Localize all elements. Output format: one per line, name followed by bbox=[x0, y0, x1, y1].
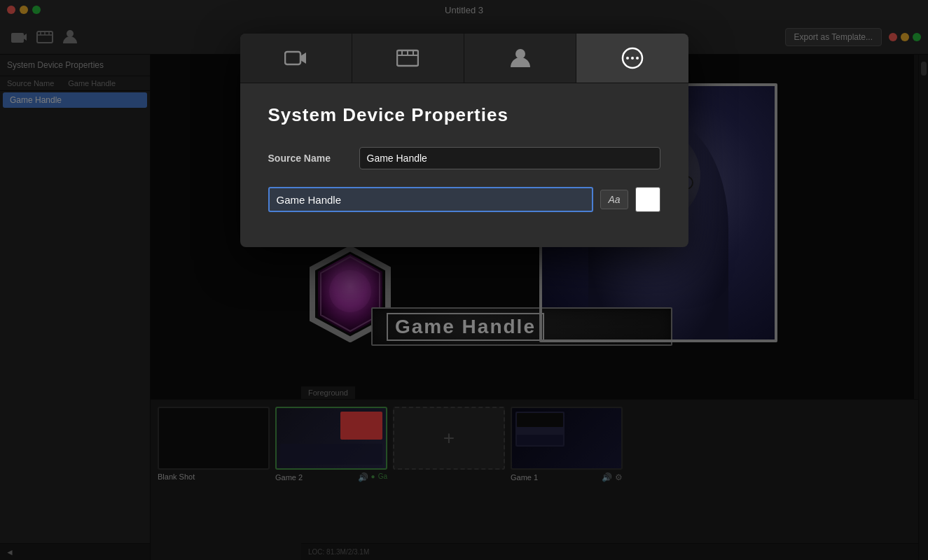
font-button[interactable]: Aa bbox=[600, 190, 628, 209]
modal-body: System Device Properties Source Name Aa bbox=[240, 83, 688, 247]
svg-rect-10 bbox=[285, 52, 300, 64]
svg-point-20 bbox=[636, 57, 639, 59]
modal-dialog: System Device Properties Source Name Aa bbox=[240, 34, 688, 247]
color-swatch[interactable] bbox=[635, 187, 660, 212]
text-input-row: Aa bbox=[268, 187, 660, 212]
svg-point-19 bbox=[631, 57, 634, 59]
game-handle-text-input[interactable] bbox=[268, 187, 594, 212]
modal-tabs bbox=[240, 34, 688, 83]
svg-point-18 bbox=[626, 57, 629, 59]
modal-title: System Device Properties bbox=[268, 104, 660, 126]
source-name-row: Source Name bbox=[268, 147, 660, 169]
modal-tab-video[interactable] bbox=[352, 34, 464, 83]
modal-tab-camera[interactable] bbox=[240, 34, 352, 83]
source-name-input[interactable] bbox=[359, 147, 660, 169]
svg-point-16 bbox=[515, 49, 525, 59]
modal-tab-person[interactable] bbox=[464, 34, 576, 83]
source-name-label: Source Name bbox=[268, 153, 359, 164]
modal-overlay: System Device Properties Source Name Aa bbox=[0, 0, 928, 560]
modal-tab-more[interactable] bbox=[576, 34, 688, 83]
